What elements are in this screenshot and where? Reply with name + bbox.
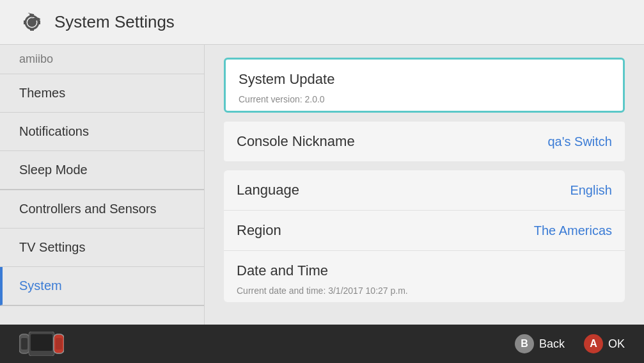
content-area: System Update Current version: 2.0.0 Con…: [205, 45, 644, 363]
sidebar-group-hardware: Controllers and Sensors TV Settings Syst…: [0, 190, 204, 306]
sidebar-item-tv-settings[interactable]: TV Settings: [0, 229, 204, 267]
language-item[interactable]: Language English: [224, 170, 625, 211]
console-nickname-label: Console Nickname: [237, 133, 355, 150]
separator-2: [224, 163, 625, 170]
console-svg: [19, 332, 64, 356]
svg-rect-5: [31, 334, 52, 351]
region-value: The Americas: [534, 223, 612, 238]
b-button: B: [515, 334, 534, 353]
page-title: System Settings: [54, 12, 175, 32]
language-label: Language: [237, 182, 299, 198]
locale-group: Language English Region The Americas Dat…: [224, 170, 625, 302]
region-inner: Region The Americas: [224, 211, 625, 250]
date-time-item[interactable]: Date and Time Current date and time: 3/1…: [224, 251, 625, 302]
svg-rect-3: [21, 338, 27, 350]
date-time-label: Date and Time: [237, 262, 328, 279]
sidebar-item-amiibo[interactable]: amiibo: [0, 45, 204, 74]
sidebar-item-controllers-sensors[interactable]: Controllers and Sensors: [0, 190, 204, 229]
console-nickname-item[interactable]: Console Nickname qa's Switch: [224, 122, 625, 161]
console-nickname-inner: Console Nickname qa's Switch: [224, 122, 625, 161]
svg-point-1: [29, 19, 35, 26]
sidebar-item-system[interactable]: System: [0, 267, 204, 305]
svg-rect-7: [56, 338, 62, 350]
system-update-item[interactable]: System Update Current version: 2.0.0: [224, 58, 625, 113]
sidebar: amiibo Themes Notifications Sleep Mode C…: [0, 45, 205, 363]
console-nickname-value: qa's Switch: [547, 134, 612, 149]
ok-button[interactable]: A OK: [584, 334, 625, 353]
language-inner: Language English: [224, 170, 625, 210]
a-button: A: [584, 334, 603, 353]
sidebar-item-notifications[interactable]: Notifications: [0, 113, 204, 151]
main-layout: amiibo Themes Notifications Sleep Mode C…: [0, 45, 644, 363]
separator-1: [224, 114, 625, 122]
sidebar-group-display: Themes Notifications Sleep Mode: [0, 74, 204, 190]
date-time-inner: Date and Time: [224, 251, 625, 291]
system-update-label: System Update: [239, 71, 334, 88]
region-label: Region: [237, 222, 281, 239]
system-update-inner: System Update: [226, 60, 623, 99]
bottom-bar: B Back A OK: [0, 325, 644, 363]
ok-label: OK: [608, 337, 625, 351]
sidebar-item-sleep-mode[interactable]: Sleep Mode: [0, 151, 204, 190]
sidebar-item-themes[interactable]: Themes: [0, 74, 204, 113]
gear-icon: [19, 10, 45, 35]
language-value: English: [570, 183, 612, 198]
back-button[interactable]: B Back: [515, 334, 565, 353]
console-icon: [19, 332, 64, 356]
system-update-subtitle: Current version: 2.0.0: [226, 94, 623, 111]
header: System Settings: [0, 0, 644, 45]
date-time-subtitle: Current date and time: 3/1/2017 10:27 p.…: [224, 286, 625, 302]
bottom-buttons: B Back A OK: [515, 334, 625, 353]
back-label: Back: [539, 337, 565, 351]
region-item[interactable]: Region The Americas: [224, 211, 625, 251]
